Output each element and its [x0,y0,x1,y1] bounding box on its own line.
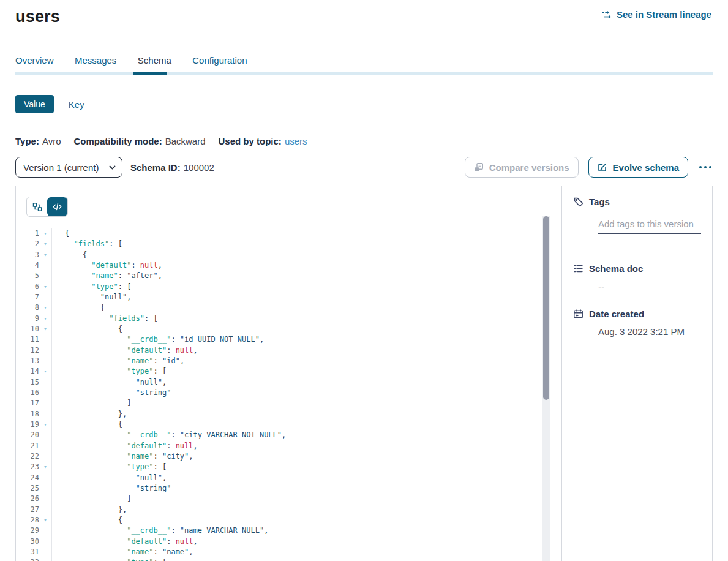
fold-arrow-icon[interactable]: ▾ [39,557,51,561]
tab-schema[interactable]: Schema [138,56,171,72]
topic-link[interactable]: users [285,136,307,146]
schema-doc-heading: Schema doc [589,263,643,274]
code-view-button[interactable] [47,197,67,216]
fold-gutter [39,537,51,547]
tags-section-heading: Tags [573,197,704,207]
line-number: 16 [16,388,39,398]
fold-arrow-icon[interactable]: ▾ [39,420,51,430]
fold-arrow-icon[interactable]: ▾ [39,462,51,472]
fold-gutter [39,430,51,440]
add-tags-input[interactable] [598,219,701,234]
fold-arrow-icon[interactable]: ▾ [39,303,51,313]
code-text: { [52,420,122,430]
active-tab-indicator [133,72,167,75]
fold-gutter [39,441,51,451]
code-text: ] [52,494,131,504]
code-line: 5 "name": "after", [16,271,561,281]
fold-arrow-icon[interactable]: ▾ [39,228,51,239]
version-select-wrap: Version 1 (current) [15,157,122,178]
code-line: 30 "default": null, [16,537,561,547]
tab-configuration[interactable]: Configuration [192,56,247,72]
tab-messages[interactable]: Messages [75,56,116,72]
editor-scrollbar[interactable] [542,216,550,561]
compare-versions-icon [474,162,484,172]
schema-id-value: 100002 [184,162,214,173]
fold-arrow-icon[interactable]: ▾ [39,314,51,324]
compatibility-label: Compatibility mode: [73,136,162,146]
code-text: "null", [52,292,131,303]
tree-view-button[interactable] [27,197,47,216]
code-line: 18 }, [16,409,561,420]
fold-gutter [39,398,51,409]
fold-arrow-icon[interactable]: ▾ [39,515,51,525]
fold-arrow-icon[interactable]: ▾ [39,324,51,334]
code-line: 6▾ "type": [ [16,282,561,292]
compare-versions-button[interactable]: Compare versions [465,157,579,178]
code-text: "string" [52,388,171,398]
line-number: 3 [16,250,39,260]
stream-lineage-label: See in Stream lineage [617,9,711,20]
stream-lineage-link[interactable]: See in Stream lineage [602,9,711,20]
line-number: 2 [16,239,39,249]
code-text: { [52,303,105,313]
line-number: 25 [16,483,39,494]
editor-scrollbar-thumb[interactable] [543,216,549,400]
line-number: 18 [16,409,39,420]
line-number: 1 [16,228,39,239]
code-text: "type": [ [52,366,167,377]
fold-gutter [39,377,51,388]
value-key-toggle: Value Key [15,95,713,113]
code-text: { [52,228,69,239]
code-lines: 1▾{2▾ "fields": [3▾ {4 "default": null,5… [16,228,561,561]
version-select[interactable]: Version 1 (current) [15,157,122,178]
line-number: 30 [16,537,39,547]
code-text: }, [52,409,127,420]
value-toggle-button[interactable]: Value [15,95,54,113]
type-value: Avro [42,136,61,146]
code-text: "default": null, [52,260,162,271]
compatibility-value: Backward [165,136,206,146]
code-text: "type": [ [52,557,167,561]
code-text: { [52,515,122,525]
line-number: 10 [16,324,39,334]
line-number: 27 [16,505,39,515]
schema-doc-section: Schema doc -- [573,263,704,292]
fold-arrow-icon[interactable]: ▾ [39,250,51,260]
code-text: "fields": [ [52,239,122,249]
fold-arrow-icon[interactable]: ▾ [39,366,51,377]
fold-arrow-icon[interactable]: ▾ [39,282,51,292]
fold-arrow-icon[interactable]: ▾ [39,239,51,249]
fold-gutter [39,473,51,483]
line-number: 32 [16,557,39,561]
code-line: 22 "name": "city", [16,451,561,462]
code-line: 20 "__crdb__": "city VARCHAR NOT NULL", [16,430,561,440]
schema-code-editor: 1▾{2▾ "fields": [3▾ {4 "default": null,5… [16,186,561,561]
code-text: ] [52,398,131,409]
line-number: 15 [16,377,39,388]
fold-gutter [39,345,51,356]
line-number: 19 [16,420,39,430]
schema-actions: Compare versions Evolve schema [465,157,713,178]
code-text: "type": [ [52,462,167,472]
tab-overview[interactable]: Overview [15,56,54,72]
fold-gutter [39,260,51,271]
code-line: 19▾ { [16,420,561,430]
code-line: 31 "name": "name", [16,547,561,557]
evolve-schema-button[interactable]: Evolve schema [588,157,688,178]
code-line: 4 "default": null, [16,260,561,271]
code-line: 32▾ "type": [ [16,557,561,561]
code-line: 25 "string" [16,483,561,494]
tag-icon [573,197,584,207]
code-line: 23▾ "type": [ [16,462,561,472]
code-line: 17 ] [16,398,561,409]
code-text: "null", [52,377,167,388]
key-toggle-link[interactable]: Key [69,99,84,110]
fold-gutter [39,483,51,494]
code-text: "type": [ [52,282,131,292]
code-line: 8▾ { [16,303,561,313]
fold-gutter [39,388,51,398]
line-number: 21 [16,441,39,451]
code-text: "string" [52,483,171,494]
line-number: 22 [16,451,39,462]
more-options-button[interactable] [698,164,713,171]
